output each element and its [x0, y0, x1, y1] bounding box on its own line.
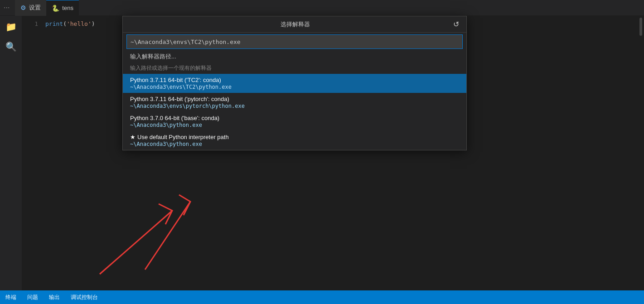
- settings-icon: ⚙: [20, 4, 26, 11]
- tab-tensorflow[interactable]: 🐍 tens: [46, 0, 79, 16]
- tab-settings-label: 设置: [29, 4, 41, 12]
- interpreter-item-base[interactable]: Python 3.7.0 64-bit ('base': conda) ~\An…: [123, 112, 466, 131]
- enter-path-hint: 输入解释器路径...: [123, 51, 466, 63]
- status-debug-console[interactable]: 调试控制台: [69, 294, 100, 301]
- enter-path-link[interactable]: 输入解释器路径...: [130, 53, 176, 60]
- refresh-button[interactable]: ↺: [451, 19, 461, 29]
- dialog-title: 选择解释器: [139, 20, 451, 29]
- status-terminal[interactable]: 终端: [4, 294, 18, 301]
- editor-lines: print('hello'): [44, 16, 95, 32]
- status-output[interactable]: 输出: [47, 294, 62, 301]
- interpreter-item-default[interactable]: ★Use default Python interpreter path ~\A…: [123, 131, 466, 150]
- sidebar-explorer-icon[interactable]: 📁: [2, 18, 20, 36]
- interpreter-name-tc2: Python 3.7.11 64-bit ('TC2': conda): [130, 77, 459, 83]
- interpreter-name-pytorch: Python 3.7.11 64-bit ('pytorch': conda): [130, 96, 459, 102]
- interpreter-item-pytorch[interactable]: Python 3.7.11 64-bit ('pytorch': conda) …: [123, 93, 466, 112]
- interpreter-list: Python 3.7.11 64-bit ('TC2': conda) ~\An…: [123, 74, 466, 150]
- current-path-input[interactable]: [131, 39, 459, 45]
- sidebar-left: 📁 🔍: [0, 16, 22, 290]
- interpreter-path-tc2: ~\Anaconda3\envs\TC2\python.exe: [130, 84, 459, 90]
- tab-tensorflow-label: tens: [62, 5, 73, 11]
- star-icon: ★: [130, 134, 136, 140]
- tab-settings[interactable]: ⚙ 设置: [15, 0, 46, 16]
- scrollbar-thumb[interactable]: [639, 18, 642, 36]
- line-numbers: 1: [22, 16, 44, 32]
- interpreter-dialog: 选择解释器 ↺ 输入解释器路径... 输入路径或选择一个现有的解释器 Pytho…: [122, 16, 467, 150]
- editor-area: 📁 🔍 1 print('hello') 选择解释器 ↺: [0, 16, 644, 290]
- interpreter-name-default: ★Use default Python interpreter path: [130, 134, 459, 140]
- sidebar-search-icon[interactable]: 🔍: [2, 38, 20, 56]
- search-hint: 输入路径或选择一个现有的解释器: [130, 65, 212, 71]
- interpreter-name-base: Python 3.7.0 64-bit ('base': conda): [130, 115, 459, 121]
- status-problems[interactable]: 问题: [25, 294, 40, 301]
- scrollbar[interactable]: [638, 16, 644, 290]
- python-file-icon: 🐍: [52, 5, 59, 12]
- interpreter-path-base: ~\Anaconda3\python.exe: [130, 122, 459, 128]
- interpreter-item-tc2[interactable]: Python 3.7.11 64-bit ('TC2': conda) ~\An…: [123, 74, 466, 93]
- interpreter-path-pytorch: ~\Anaconda3\envs\pytorch\python.exe: [130, 103, 459, 109]
- more-icon[interactable]: ···: [4, 4, 10, 12]
- interpreter-path-default: ~\Anaconda3\python.exe: [130, 141, 459, 147]
- title-bar: ··· ⚙ 设置 🐍 tens: [0, 0, 644, 16]
- status-bar: 终端 问题 输出 调试控制台: [0, 290, 644, 304]
- dialog-title-bar: 选择解释器 ↺: [123, 16, 466, 33]
